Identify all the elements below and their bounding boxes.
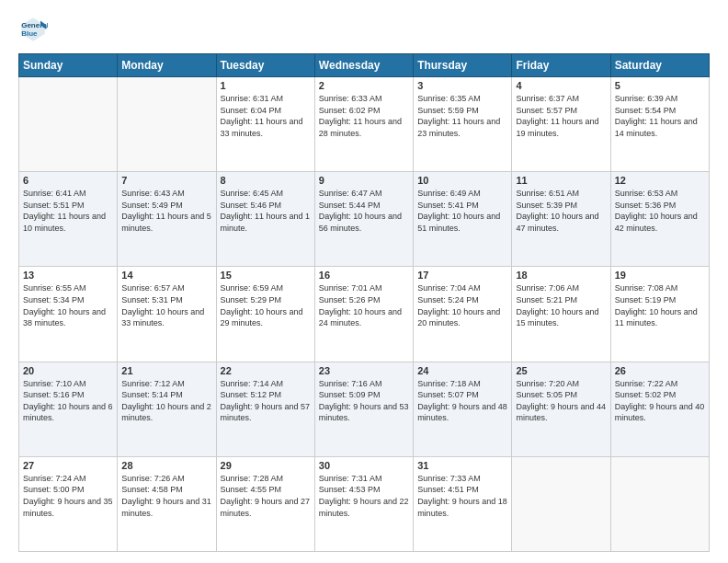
cell-content: Sunrise: 7:24 AMSunset: 5:00 PMDaylight:… <box>23 473 113 519</box>
cell-content: Sunrise: 7:22 AMSunset: 5:02 PMDaylight:… <box>615 378 705 424</box>
day-number: 16 <box>319 270 409 281</box>
calendar-cell: 4Sunrise: 6:37 AMSunset: 5:57 PMDaylight… <box>512 77 610 172</box>
day-number: 28 <box>121 460 211 471</box>
logo-icon: General Blue <box>18 15 48 44</box>
day-number: 21 <box>121 365 211 376</box>
cell-content: Sunrise: 7:08 AMSunset: 5:19 PMDaylight:… <box>615 282 705 328</box>
day-number: 5 <box>615 80 705 91</box>
day-number: 2 <box>319 80 409 91</box>
calendar-cell: 15Sunrise: 6:59 AMSunset: 5:29 PMDayligh… <box>216 267 314 362</box>
calendar-cell: 30Sunrise: 7:31 AMSunset: 4:53 PMDayligh… <box>314 456 413 551</box>
day-number: 8 <box>221 175 311 186</box>
calendar-cell: 5Sunrise: 6:39 AMSunset: 5:54 PMDaylight… <box>610 77 709 172</box>
calendar-cell <box>19 77 118 172</box>
day-number: 26 <box>615 365 705 376</box>
cell-content: Sunrise: 7:01 AMSunset: 5:26 PMDaylight:… <box>319 282 409 328</box>
day-number: 13 <box>23 270 113 281</box>
day-number: 18 <box>516 270 606 281</box>
calendar-cell <box>118 77 216 172</box>
calendar-cell: 29Sunrise: 7:28 AMSunset: 4:55 PMDayligh… <box>216 456 314 551</box>
cell-content: Sunrise: 7:31 AMSunset: 4:53 PMDaylight:… <box>319 473 409 519</box>
day-number: 1 <box>221 80 311 91</box>
day-number: 10 <box>417 175 507 186</box>
calendar-cell <box>512 456 610 551</box>
calendar-cell: 16Sunrise: 7:01 AMSunset: 5:26 PMDayligh… <box>314 267 413 362</box>
calendar-cell: 28Sunrise: 7:26 AMSunset: 4:58 PMDayligh… <box>118 456 216 551</box>
day-number: 20 <box>23 365 113 376</box>
day-number: 11 <box>516 175 606 186</box>
calendar-cell: 26Sunrise: 7:22 AMSunset: 5:02 PMDayligh… <box>610 362 709 456</box>
calendar-cell: 17Sunrise: 7:04 AMSunset: 5:24 PMDayligh… <box>414 267 512 362</box>
cell-content: Sunrise: 7:26 AMSunset: 4:58 PMDaylight:… <box>121 473 211 519</box>
logo: General Blue <box>18 15 51 44</box>
calendar-cell: 31Sunrise: 7:33 AMSunset: 4:51 PMDayligh… <box>414 456 512 551</box>
cell-content: Sunrise: 7:06 AMSunset: 5:21 PMDaylight:… <box>516 282 606 328</box>
cell-content: Sunrise: 7:14 AMSunset: 5:12 PMDaylight:… <box>221 378 311 424</box>
col-header-friday: Friday <box>512 54 610 77</box>
day-number: 14 <box>121 270 211 281</box>
calendar-cell: 18Sunrise: 7:06 AMSunset: 5:21 PMDayligh… <box>512 267 610 362</box>
day-number: 30 <box>319 460 409 471</box>
cell-content: Sunrise: 6:39 AMSunset: 5:54 PMDaylight:… <box>615 93 705 139</box>
calendar-cell: 11Sunrise: 6:51 AMSunset: 5:39 PMDayligh… <box>512 172 610 267</box>
header: General Blue <box>18 15 710 44</box>
calendar-cell: 10Sunrise: 6:49 AMSunset: 5:41 PMDayligh… <box>414 172 512 267</box>
cell-content: Sunrise: 6:43 AMSunset: 5:49 PMDaylight:… <box>121 188 211 234</box>
col-header-tuesday: Tuesday <box>216 54 314 77</box>
cell-content: Sunrise: 7:04 AMSunset: 5:24 PMDaylight:… <box>417 282 507 328</box>
cell-content: Sunrise: 6:53 AMSunset: 5:36 PMDaylight:… <box>615 188 705 234</box>
day-number: 29 <box>221 460 311 471</box>
calendar-cell: 21Sunrise: 7:12 AMSunset: 5:14 PMDayligh… <box>118 362 216 456</box>
svg-text:Blue: Blue <box>21 29 38 38</box>
day-number: 19 <box>615 270 705 281</box>
calendar-cell: 8Sunrise: 6:45 AMSunset: 5:46 PMDaylight… <box>216 172 314 267</box>
day-number: 27 <box>23 460 113 471</box>
calendar-cell: 6Sunrise: 6:41 AMSunset: 5:51 PMDaylight… <box>19 172 118 267</box>
day-number: 23 <box>319 365 409 376</box>
cell-content: Sunrise: 7:12 AMSunset: 5:14 PMDaylight:… <box>121 378 211 424</box>
col-header-wednesday: Wednesday <box>314 54 413 77</box>
calendar-cell: 12Sunrise: 6:53 AMSunset: 5:36 PMDayligh… <box>610 172 709 267</box>
cell-content: Sunrise: 6:55 AMSunset: 5:34 PMDaylight:… <box>23 282 113 328</box>
day-number: 22 <box>221 365 311 376</box>
cell-content: Sunrise: 7:10 AMSunset: 5:16 PMDaylight:… <box>23 378 113 424</box>
day-number: 17 <box>417 270 507 281</box>
calendar-cell: 24Sunrise: 7:18 AMSunset: 5:07 PMDayligh… <box>414 362 512 456</box>
day-number: 24 <box>417 365 507 376</box>
day-number: 9 <box>319 175 409 186</box>
calendar-cell: 1Sunrise: 6:31 AMSunset: 6:04 PMDaylight… <box>216 77 314 172</box>
calendar-cell: 23Sunrise: 7:16 AMSunset: 5:09 PMDayligh… <box>314 362 413 456</box>
cell-content: Sunrise: 6:35 AMSunset: 5:59 PMDaylight:… <box>417 93 507 139</box>
cell-content: Sunrise: 6:49 AMSunset: 5:41 PMDaylight:… <box>417 188 507 234</box>
day-number: 25 <box>516 365 606 376</box>
cell-content: Sunrise: 7:16 AMSunset: 5:09 PMDaylight:… <box>319 378 409 424</box>
calendar-table: SundayMondayTuesdayWednesdayThursdayFrid… <box>18 53 710 552</box>
col-header-monday: Monday <box>118 54 216 77</box>
calendar-cell: 13Sunrise: 6:55 AMSunset: 5:34 PMDayligh… <box>19 267 118 362</box>
calendar-cell: 27Sunrise: 7:24 AMSunset: 5:00 PMDayligh… <box>19 456 118 551</box>
week-row-2: 6Sunrise: 6:41 AMSunset: 5:51 PMDaylight… <box>19 172 710 267</box>
calendar-cell: 20Sunrise: 7:10 AMSunset: 5:16 PMDayligh… <box>19 362 118 456</box>
day-number: 3 <box>417 80 507 91</box>
calendar-cell: 2Sunrise: 6:33 AMSunset: 6:02 PMDaylight… <box>314 77 413 172</box>
day-number: 31 <box>417 460 507 471</box>
col-header-sunday: Sunday <box>19 54 118 77</box>
day-number: 6 <box>23 175 113 186</box>
calendar-cell: 19Sunrise: 7:08 AMSunset: 5:19 PMDayligh… <box>610 267 709 362</box>
cell-content: Sunrise: 6:51 AMSunset: 5:39 PMDaylight:… <box>516 188 606 234</box>
cell-content: Sunrise: 6:57 AMSunset: 5:31 PMDaylight:… <box>121 282 211 328</box>
header-row: SundayMondayTuesdayWednesdayThursdayFrid… <box>19 54 710 77</box>
day-number: 7 <box>121 175 211 186</box>
week-row-4: 20Sunrise: 7:10 AMSunset: 5:16 PMDayligh… <box>19 362 710 456</box>
calendar-cell: 25Sunrise: 7:20 AMSunset: 5:05 PMDayligh… <box>512 362 610 456</box>
calendar-cell: 14Sunrise: 6:57 AMSunset: 5:31 PMDayligh… <box>118 267 216 362</box>
week-row-1: 1Sunrise: 6:31 AMSunset: 6:04 PMDaylight… <box>19 77 710 172</box>
cell-content: Sunrise: 7:20 AMSunset: 5:05 PMDaylight:… <box>516 378 606 424</box>
week-row-5: 27Sunrise: 7:24 AMSunset: 5:00 PMDayligh… <box>19 456 710 551</box>
day-number: 12 <box>615 175 705 186</box>
cell-content: Sunrise: 6:31 AMSunset: 6:04 PMDaylight:… <box>221 93 311 139</box>
cell-content: Sunrise: 6:37 AMSunset: 5:57 PMDaylight:… <box>516 93 606 139</box>
col-header-thursday: Thursday <box>414 54 512 77</box>
cell-content: Sunrise: 7:28 AMSunset: 4:55 PMDaylight:… <box>221 473 311 519</box>
page: General Blue SundayMondayTuesdayWednesda… <box>0 0 728 563</box>
